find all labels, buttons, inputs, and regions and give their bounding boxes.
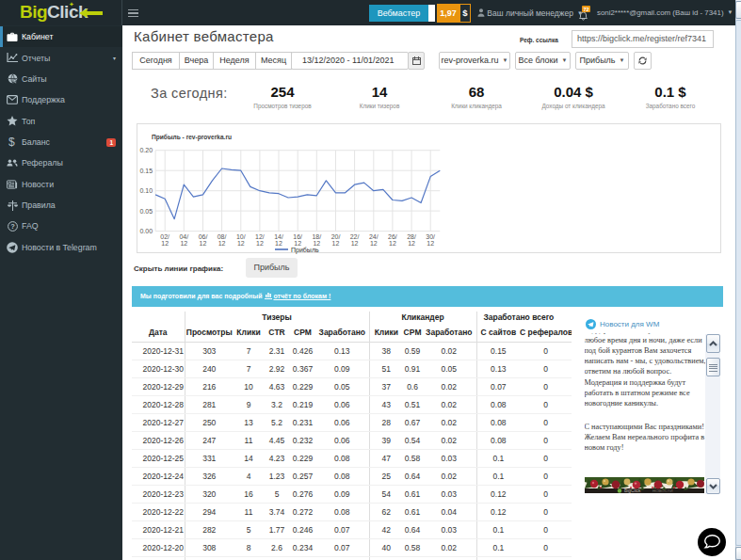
svg-text:08/: 08/ <box>217 233 227 240</box>
svg-text:Прибыль - rev-proverka.ru: Прибыль - rev-proverka.ru <box>152 134 232 141</box>
svg-text:0.15: 0.15 <box>139 168 153 174</box>
svg-text:12: 12 <box>200 240 207 247</box>
svg-text:18/: 18/ <box>312 233 321 240</box>
svg-text:?: ? <box>10 222 15 231</box>
svg-text:22/: 22/ <box>350 233 360 240</box>
svg-text:12: 12 <box>332 240 340 247</box>
svg-text:20/: 20/ <box>331 233 341 240</box>
svg-text:12: 12 <box>275 240 282 247</box>
svg-text:0.10: 0.10 <box>139 187 153 194</box>
svg-text:26/: 26/ <box>388 233 397 240</box>
svg-text:02/: 02/ <box>160 233 169 240</box>
svg-text:04/: 04/ <box>179 233 188 240</box>
svg-text:12: 12 <box>161 240 169 247</box>
svg-text:0.00: 0.00 <box>139 228 153 234</box>
svg-text:12/: 12/ <box>255 233 265 240</box>
svg-text:12: 12 <box>218 240 226 247</box>
svg-text:0.05: 0.05 <box>139 208 153 215</box>
svg-text:12: 12 <box>389 240 396 247</box>
svg-text:BigClick: BigClick <box>624 488 641 493</box>
svg-text:12: 12 <box>256 240 264 247</box>
svg-text:14/: 14/ <box>274 233 283 240</box>
svg-text:12: 12 <box>370 240 378 247</box>
svg-text:24/: 24/ <box>369 233 379 240</box>
svg-text:30/: 30/ <box>426 233 435 240</box>
svg-text:$: $ <box>8 136 15 148</box>
svg-text:10/: 10/ <box>236 233 246 240</box>
svg-text:12: 12 <box>180 240 187 247</box>
svg-text:12: 12 <box>408 240 415 247</box>
svg-text:12: 12 <box>351 240 359 247</box>
svg-text:НОВОСТИ: НОВОСТИ <box>652 488 673 493</box>
svg-text:Прибыль: Прибыль <box>291 247 319 254</box>
svg-text:06/: 06/ <box>199 233 208 240</box>
svg-text:28/: 28/ <box>407 233 416 240</box>
svg-text:12: 12 <box>427 240 434 247</box>
svg-text:16/: 16/ <box>293 233 302 240</box>
svg-text:12: 12 <box>237 240 245 247</box>
svg-text:0.20: 0.20 <box>139 147 153 153</box>
